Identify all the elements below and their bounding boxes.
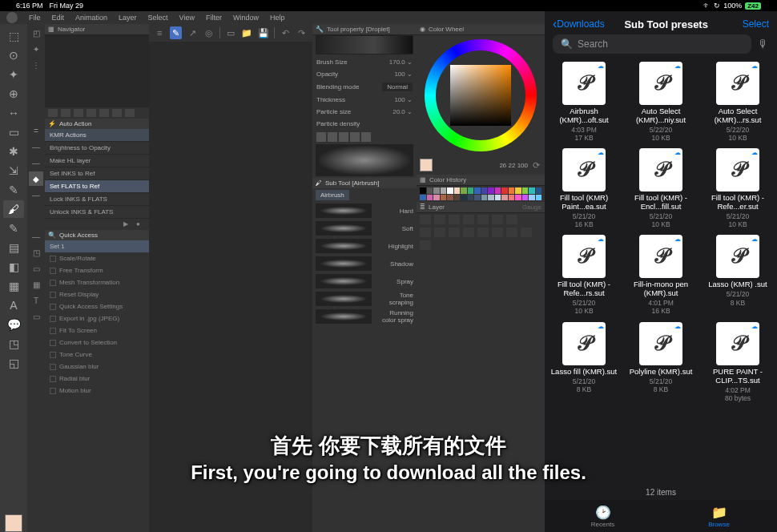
color-swatch[interactable] xyxy=(468,187,474,194)
file-item[interactable]: 𝒫☁︎Lasso (KMR) .sut5/21/208 KB xyxy=(703,235,772,315)
action-item[interactable]: Brightness to Opacity xyxy=(45,142,149,155)
color-swatch[interactable] xyxy=(468,195,474,201)
color-swatch[interactable] xyxy=(529,195,535,201)
file-item[interactable]: 𝒫☁︎Auto Select (KMR)...niy.sut5/22/2010 … xyxy=(626,62,695,142)
menu-icon[interactable]: ≡ xyxy=(154,26,165,39)
qa-item[interactable]: Fit To Screen xyxy=(45,324,149,337)
menu-layer[interactable]: Layer xyxy=(119,14,137,22)
tab-browse[interactable]: 📁 Browse xyxy=(661,500,777,532)
file-item[interactable]: 𝒫☁︎Polyline (KMR).sut5/21/208 KB xyxy=(626,322,695,402)
layer-btn[interactable] xyxy=(434,215,445,224)
action-item[interactable]: Set FLATS to Ref xyxy=(45,180,149,193)
layer-btn[interactable] xyxy=(449,228,460,237)
brush-item[interactable]: Tone scraping xyxy=(312,290,417,308)
undo-icon[interactable]: ↶ xyxy=(280,26,291,39)
fg-swatch[interactable] xyxy=(5,514,22,532)
aux-tool[interactable]: — xyxy=(29,187,43,202)
color-swatch[interactable] xyxy=(461,187,467,194)
open-icon[interactable]: 📁 xyxy=(241,26,252,39)
aux-tool[interactable]: ▦ xyxy=(29,277,43,292)
files-grid[interactable]: 𝒫☁︎Airbrush (KMR)...oft.sut4:03 PM17 KB𝒫… xyxy=(545,58,777,485)
tool-property-header[interactable]: 🔧 Tool property [Droplet] xyxy=(312,24,417,35)
qa-item[interactable]: Motion blur xyxy=(45,385,149,397)
aux-tool[interactable]: = xyxy=(29,123,43,138)
prop-particle-size[interactable]: Particle size 20.0 ⌄ xyxy=(312,106,417,118)
color-swatch[interactable] xyxy=(447,195,453,201)
color-swatch[interactable] xyxy=(536,195,542,201)
color-swatch[interactable] xyxy=(420,187,426,194)
qa-item[interactable]: Convert to Selection xyxy=(45,337,149,349)
action-item[interactable]: Lock INKS & FLATS xyxy=(45,193,149,206)
color-swatch[interactable] xyxy=(461,195,467,201)
color-swatch[interactable] xyxy=(447,187,453,194)
qa-item[interactable]: Radial blur xyxy=(45,373,149,385)
app-logo[interactable] xyxy=(6,12,18,23)
color-swatch[interactable] xyxy=(420,195,426,201)
aux-tool[interactable]: ▭ xyxy=(29,261,43,276)
color-swatch[interactable] xyxy=(495,187,501,194)
menu-filter[interactable]: Filter xyxy=(206,14,222,22)
color-swatch[interactable] xyxy=(488,195,494,201)
navigator-content[interactable] xyxy=(45,35,149,107)
qa-item[interactable]: Reset Display xyxy=(45,288,149,300)
color-swatch[interactable] xyxy=(529,187,535,194)
refresh-icon[interactable]: ⟳ xyxy=(533,160,545,171)
tool-grid[interactable]: ▦ xyxy=(3,277,24,295)
nav-control[interactable] xyxy=(112,109,122,117)
menu-edit[interactable]: Edit xyxy=(52,14,65,22)
nav-control[interactable] xyxy=(87,109,96,117)
color-swatches[interactable] xyxy=(417,186,545,202)
search-input[interactable]: 🔍 Search xyxy=(553,34,751,54)
layer-btn[interactable] xyxy=(449,215,460,224)
select-button[interactable]: Select xyxy=(743,18,769,30)
color-swatch[interactable] xyxy=(454,187,461,194)
aux-tool[interactable]: ◳ xyxy=(29,245,43,260)
layer-btn[interactable] xyxy=(420,215,431,224)
color-swatch[interactable] xyxy=(427,187,433,194)
layer-btn[interactable] xyxy=(477,228,489,237)
tool-text[interactable]: A xyxy=(3,296,24,314)
color-swatch[interactable] xyxy=(501,187,508,194)
color-history-header[interactable]: ▦ Color History xyxy=(417,175,545,186)
quick-access-header[interactable]: 🔍 Quick Access xyxy=(45,230,149,240)
color-wheel-header[interactable]: ◉ Color Wheel xyxy=(417,24,545,35)
layer-btn[interactable] xyxy=(463,215,474,224)
layer-header[interactable]: ≣ Layer Gauge xyxy=(417,202,545,213)
tool-zoom[interactable]: ⊙ xyxy=(3,46,24,64)
menu-select[interactable]: Select xyxy=(148,14,168,22)
qa-set[interactable]: Set 1 xyxy=(45,240,149,252)
nav-control[interactable] xyxy=(74,109,83,117)
menu-view[interactable]: View xyxy=(179,14,195,22)
layer-btn[interactable] xyxy=(506,215,517,224)
navigator-header[interactable]: ▦ Navigator xyxy=(45,24,149,35)
color-swatch[interactable] xyxy=(522,187,529,194)
qa-item[interactable]: Gaussian blur xyxy=(45,361,149,373)
menu-window[interactable]: Window xyxy=(233,14,259,22)
tool-rect[interactable]: ▭ xyxy=(3,123,24,141)
color-swatch[interactable] xyxy=(441,187,447,194)
action-item[interactable]: Unlock INKS & FLATS xyxy=(45,206,149,219)
brush-item[interactable]: Running color spray xyxy=(312,308,417,325)
action-item[interactable]: Set INKS to Ref xyxy=(45,167,149,180)
tool-pencil[interactable]: ✎ xyxy=(3,220,24,237)
aux-tool[interactable]: — xyxy=(29,229,43,244)
color-swatch[interactable] xyxy=(495,195,501,201)
tool-move[interactable]: ⊕ xyxy=(3,85,24,103)
color-swatch[interactable] xyxy=(522,195,529,201)
color-swatch[interactable] xyxy=(536,187,542,194)
tool-lines[interactable]: ▤ xyxy=(3,239,24,256)
file-item[interactable]: 𝒫☁︎Fill tool (KMR) Paint...ea.sut5/21/20… xyxy=(550,148,618,228)
particle-density-boxes[interactable] xyxy=(312,130,417,144)
color-swatch[interactable] xyxy=(474,187,481,194)
layer-btn[interactable] xyxy=(463,228,474,237)
qa-item[interactable]: Free Transform xyxy=(45,264,149,276)
color-swatch[interactable] xyxy=(515,187,521,194)
aux-tool[interactable]: ▭ xyxy=(29,309,43,324)
brush-tip-preview[interactable] xyxy=(316,35,413,54)
color-swatch[interactable] xyxy=(509,187,515,194)
menu-file[interactable]: File xyxy=(29,14,41,22)
file-item[interactable]: 𝒫☁︎Fill-in-mono pen (KMR).sut4:01 PM16 K… xyxy=(626,235,695,315)
aux-tool[interactable]: ✦ xyxy=(29,42,43,56)
action-item[interactable]: Make HL layer xyxy=(45,155,149,167)
color-swatch[interactable] xyxy=(433,187,440,194)
